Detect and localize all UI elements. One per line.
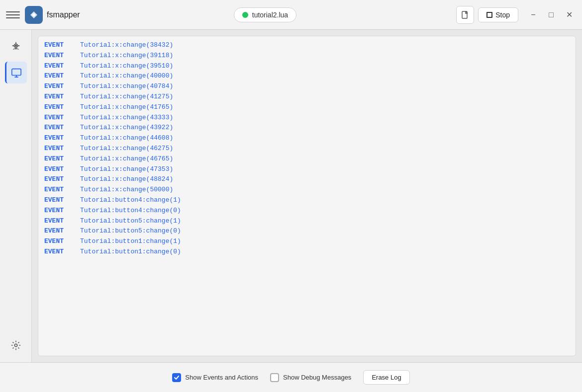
log-event-type: EVENT (44, 92, 74, 102)
table-row: EVENTTutorial:button5:change(0) (44, 226, 570, 236)
log-event-type: EVENT (44, 61, 74, 72)
log-box[interactable]: EVENTTutorial:x:change(38432)EVENTTutori… (38, 36, 576, 356)
log-event-type: EVENT (44, 164, 74, 175)
table-row: EVENTTutorial:x:change(40000) (44, 71, 570, 81)
erase-log-button[interactable]: Erase Log (363, 370, 409, 385)
log-event-type: EVENT (44, 144, 74, 154)
log-event-type: EVENT (44, 247, 74, 257)
log-event-type: EVENT (44, 81, 74, 92)
log-event-type: EVENT (44, 174, 74, 185)
menu-button[interactable] (6, 8, 20, 22)
log-event-message: Tutorial:x:change(47353) (80, 164, 173, 175)
table-row: EVENTTutorial:x:change(40784) (44, 81, 570, 92)
table-row: EVENTTutorial:x:change(43333) (44, 113, 570, 123)
minimize-button[interactable]: − (526, 8, 540, 22)
log-container: EVENTTutorial:x:change(38432)EVENTTutori… (32, 30, 582, 362)
log-event-message: Tutorial:x:change(40000) (80, 71, 173, 81)
table-row: EVENTTutorial:button4:change(0) (44, 206, 570, 216)
log-event-message: Tutorial:x:change(48824) (80, 174, 173, 185)
svg-point-6 (14, 344, 17, 347)
sidebar-item-joystick[interactable] (5, 36, 27, 58)
bottom-bar: Show Events and Actions Show Debug Messa… (0, 362, 582, 392)
log-event-message: Tutorial:button4:change(0) (80, 206, 181, 216)
log-event-type: EVENT (44, 51, 74, 61)
log-event-message: Tutorial:x:change(44608) (80, 133, 173, 144)
new-file-button[interactable] (456, 6, 474, 24)
table-row: EVENTTutorial:x:change(43922) (44, 123, 570, 133)
filename: tutorial2.lua (252, 11, 288, 19)
log-event-type: EVENT (44, 206, 74, 216)
titlebar-actions: Stop (456, 6, 518, 24)
stop-icon (486, 12, 492, 18)
log-event-type: EVENT (44, 102, 74, 113)
table-row: EVENTTutorial:button4:change(1) (44, 195, 570, 206)
log-event-message: Tutorial:button5:change(0) (80, 226, 181, 236)
svg-rect-5 (12, 69, 21, 76)
table-row: EVENTTutorial:x:change(50000) (44, 185, 570, 195)
table-row: EVENTTutorial:x:change(39118) (44, 51, 570, 61)
log-event-message: Tutorial:x:change(38432) (80, 40, 173, 51)
log-event-message: Tutorial:button1:change(0) (80, 247, 181, 257)
log-event-type: EVENT (44, 123, 74, 133)
show-events-label: Show Events and Actions (185, 374, 258, 381)
log-event-type: EVENT (44, 236, 74, 247)
log-event-type: EVENT (44, 195, 74, 206)
table-row: EVENTTutorial:button1:change(0) (44, 247, 570, 257)
svg-point-4 (15, 45, 16, 47)
log-event-message: Tutorial:button4:change(1) (80, 195, 181, 206)
log-event-message: Tutorial:x:change(50000) (80, 185, 173, 195)
show-debug-checkbox-group[interactable]: Show Debug Messages (270, 373, 351, 382)
status-dot (242, 12, 248, 18)
table-row: EVENTTutorial:x:change(48824) (44, 174, 570, 185)
maximize-button[interactable]: □ (544, 8, 558, 22)
show-events-checkbox[interactable] (172, 373, 181, 382)
log-event-message: Tutorial:x:change(39510) (80, 61, 173, 72)
log-event-type: EVENT (44, 133, 74, 144)
log-event-message: Tutorial:x:change(41275) (80, 92, 173, 102)
log-event-type: EVENT (44, 154, 74, 164)
log-event-type: EVENT (44, 216, 74, 227)
stop-button[interactable]: Stop (478, 7, 518, 22)
table-row: EVENTTutorial:button1:change(1) (44, 236, 570, 247)
log-event-message: Tutorial:x:change(46275) (80, 144, 173, 154)
table-row: EVENTTutorial:x:change(46765) (44, 154, 570, 164)
app-logo (25, 6, 43, 24)
log-event-message: Tutorial:x:change(43333) (80, 113, 173, 123)
main-content: EVENTTutorial:x:change(38432)EVENTTutori… (0, 30, 582, 362)
titlebar: fsmapper tutorial2.lua Stop − □ ✕ (0, 0, 582, 30)
table-row: EVENTTutorial:x:change(41275) (44, 92, 570, 102)
file-indicator: tutorial2.lua (234, 7, 296, 22)
log-event-message: Tutorial:x:change(41765) (80, 102, 173, 113)
table-row: EVENTTutorial:x:change(44608) (44, 133, 570, 144)
sidebar (0, 30, 32, 362)
log-event-message: Tutorial:x:change(39118) (80, 51, 173, 61)
sidebar-item-display[interactable] (5, 62, 27, 83)
show-debug-label: Show Debug Messages (283, 374, 351, 381)
log-event-type: EVENT (44, 185, 74, 195)
log-event-type: EVENT (44, 226, 74, 236)
table-row: EVENTTutorial:x:change(41765) (44, 102, 570, 113)
window-controls: − □ ✕ (526, 8, 576, 22)
log-event-type: EVENT (44, 40, 74, 51)
log-event-message: Tutorial:x:change(40784) (80, 81, 173, 92)
log-event-type: EVENT (44, 113, 74, 123)
stop-label: Stop (495, 11, 510, 19)
table-row: EVENTTutorial:button5:change(1) (44, 216, 570, 227)
table-row: EVENTTutorial:x:change(46275) (44, 144, 570, 154)
log-event-type: EVENT (44, 71, 74, 81)
sidebar-item-settings[interactable] (5, 334, 27, 356)
log-event-message: Tutorial:button5:change(1) (80, 216, 181, 227)
log-event-message: Tutorial:button1:change(1) (80, 236, 181, 247)
log-event-message: Tutorial:x:change(46765) (80, 154, 173, 164)
app-name: fsmapper (47, 10, 80, 19)
table-row: EVENTTutorial:x:change(47353) (44, 164, 570, 175)
show-events-checkbox-group[interactable]: Show Events and Actions (172, 373, 258, 382)
table-row: EVENTTutorial:x:change(38432) (44, 40, 570, 51)
close-button[interactable]: ✕ (562, 8, 576, 22)
table-row: EVENTTutorial:x:change(39510) (44, 61, 570, 72)
log-event-message: Tutorial:x:change(43922) (80, 123, 173, 133)
show-debug-checkbox[interactable] (270, 373, 279, 382)
svg-point-1 (32, 13, 35, 16)
